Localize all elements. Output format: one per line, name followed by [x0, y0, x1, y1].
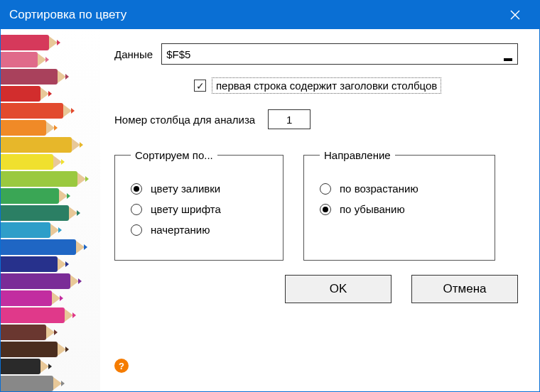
radio-icon: [131, 204, 142, 215]
pencil-icon: [1, 188, 59, 204]
pencil-icon: [1, 154, 53, 170]
data-row: Данные: [114, 43, 518, 65]
header-checkbox-label: первая строка содержит заголовки столбцо…: [212, 77, 441, 94]
sortby-label: цвету шрифта: [151, 203, 221, 215]
header-checkbox-row: ✓ первая строка содержит заголовки столб…: [194, 77, 518, 94]
pencil-icon: [1, 120, 46, 136]
pencil-icon: [1, 307, 65, 323]
button-row: OK Отмена: [114, 275, 518, 303]
titlebar: Сортировка по цвету: [1, 1, 539, 29]
close-button[interactable]: [500, 1, 531, 29]
dialog-window: Сортировка по цвету Данные ✓ первая стро…: [0, 0, 540, 392]
pencil-icon: [1, 239, 76, 255]
direction-label: по убыванию: [340, 203, 405, 215]
data-input-wrap: [161, 43, 518, 65]
pencil-icon: [1, 222, 50, 238]
pencils-sidebar: [1, 29, 100, 391]
direction-legend: Направление: [320, 149, 395, 161]
sortby-label: начертанию: [151, 224, 210, 236]
pencil-icon: [1, 171, 77, 187]
cancel-button[interactable]: Отмена: [411, 275, 518, 303]
data-input[interactable]: [162, 44, 499, 64]
sortby-option[interactable]: начертанию: [131, 224, 267, 236]
radio-icon: [131, 224, 142, 236]
direction-label: по возрастанию: [340, 183, 418, 195]
column-input[interactable]: [268, 109, 310, 129]
sortby-option[interactable]: цвету заливки: [131, 183, 267, 195]
column-row: Номер столбца для анализа: [114, 109, 518, 129]
minimize-icon: [504, 58, 512, 61]
pencil-icon: [1, 325, 46, 340]
header-checkbox[interactable]: ✓: [194, 80, 206, 92]
window-title: Сортировка по цвету: [9, 8, 500, 22]
range-picker-button[interactable]: [499, 44, 517, 64]
direction-option[interactable]: по возрастанию: [320, 183, 479, 195]
direction-option[interactable]: по убыванию: [320, 203, 479, 215]
pencil-icon: [1, 205, 69, 221]
pencil-icon: [1, 290, 52, 306]
sortby-option[interactable]: цвету шрифта: [131, 203, 267, 215]
groups: Сортируем по... цвету заливкицвету шрифт…: [114, 149, 518, 261]
pencil-icon: [1, 52, 38, 67]
pencil-icon: [1, 86, 40, 102]
pencil-icon: [1, 69, 58, 85]
pencil-icon: [1, 359, 40, 374]
pencil-icon: [1, 273, 70, 289]
pencil-icon: [1, 342, 58, 357]
radio-icon: [320, 204, 331, 215]
close-icon: [510, 10, 520, 20]
pencil-icon: [1, 376, 53, 391]
help-button[interactable]: ?: [114, 359, 129, 373]
direction-fieldset: Направление по возрастаниюпо убыванию: [303, 149, 495, 261]
pencil-icon: [1, 256, 58, 272]
sortby-fieldset: Сортируем по... цвету заливкицвету шрифт…: [114, 149, 284, 261]
pencil-icon: [1, 35, 49, 50]
column-label: Номер столбца для анализа: [114, 114, 255, 126]
content-area: Данные ✓ первая строка содержит заголовк…: [100, 29, 539, 391]
sortby-label: цвету заливки: [151, 183, 220, 195]
ok-button[interactable]: OK: [285, 275, 392, 303]
data-label: Данные: [114, 48, 153, 60]
pencil-icon: [1, 103, 63, 119]
radio-icon: [320, 183, 331, 195]
dialog-body: Данные ✓ первая строка содержит заголовк…: [1, 29, 539, 391]
radio-icon: [131, 183, 142, 195]
sortby-legend: Сортируем по...: [131, 149, 217, 161]
pencil-icon: [1, 137, 72, 153]
